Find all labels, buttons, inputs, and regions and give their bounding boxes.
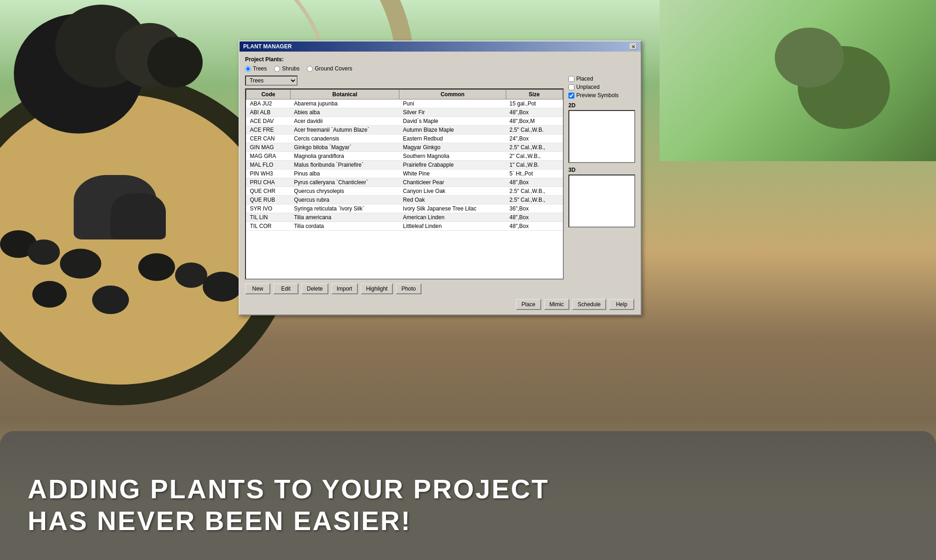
table-row[interactable]: SYR IVOSyringa reticulata `Ivory Silk`Iv… xyxy=(246,204,563,213)
table-cell-botanical: Abies alba xyxy=(290,108,399,117)
dialog-title: PLANT MANAGER xyxy=(243,43,292,50)
close-button[interactable]: ✕ xyxy=(630,43,637,50)
table-cell-common: Silver Fir xyxy=(399,108,506,117)
preview-2d-section: 2D xyxy=(568,102,635,163)
radio-trees[interactable]: Trees xyxy=(245,65,267,72)
table-cell-common: White Pine xyxy=(399,169,506,178)
table-row[interactable]: MAG GRAMagnolia grandifloraSouthern Magn… xyxy=(246,152,563,161)
table-cell-botanical: Acer davidii xyxy=(290,117,399,126)
table-cell-common: David`s Maple xyxy=(399,117,506,126)
table-cell-botanical: Malus floribunda `Prairiefire` xyxy=(290,161,399,169)
table-cell-botanical: Magnolia grandiflora xyxy=(290,152,399,161)
table-row[interactable]: PRU CHAPyrus calleryana `Chanticleer`Cha… xyxy=(246,178,563,187)
edit-button[interactable]: Edit xyxy=(273,283,298,294)
dialog-content: Project Plants: Trees Shrubs Ground Cove… xyxy=(240,52,641,315)
table-cell-code: ABA JU2 xyxy=(246,99,291,108)
table-row[interactable]: PIN WH3Pinus albaWhite Pine5` Ht.,Pot xyxy=(246,169,563,178)
table-cell-code: GIN MAG xyxy=(246,143,291,152)
table-cell-code: ACE FRE xyxy=(246,126,291,134)
table-cell-size: 36",Box xyxy=(506,204,562,213)
preview-2d-box xyxy=(568,110,635,163)
table-row[interactable]: QUE CHRQuercus chrysolepisCanyon Live Oa… xyxy=(246,187,563,196)
preview-3d-label: 3D xyxy=(568,167,635,173)
radio-shrubs[interactable]: Shrubs xyxy=(274,65,299,72)
table-cell-size: 48",Box,M xyxy=(506,117,562,126)
new-button[interactable]: New xyxy=(245,283,270,294)
table-row[interactable]: CER CANCercis canadensisEastern Redbud24… xyxy=(246,134,563,143)
table-cell-size: 24",Box xyxy=(506,134,562,143)
table-cell-size: 48",Box xyxy=(506,108,562,117)
bottom-text-line1: ADDING PLANTS TO YOUR PROJECT xyxy=(28,474,549,504)
table-cell-size: 48",Box xyxy=(506,213,562,222)
highlight-button[interactable]: Highlight xyxy=(361,283,393,294)
table-cell-code: QUE CHR xyxy=(246,187,291,196)
table-row[interactable]: TIL LINTilia americanaAmerican Linden48"… xyxy=(246,213,563,222)
unplaced-checkbox[interactable]: Unplaced xyxy=(568,84,635,90)
placed-checkbox[interactable]: Placed xyxy=(568,76,635,82)
preview-3d-section: 3D xyxy=(568,167,635,228)
table-row[interactable]: ACE DAVAcer davidiiDavid`s Maple48",Box,… xyxy=(246,117,563,126)
table-cell-botanical: Abarema jupunba xyxy=(290,99,399,108)
place-button[interactable]: Place xyxy=(516,299,541,310)
table-cell-common: Chanticleer Pear xyxy=(399,178,506,187)
table-cell-code: QUE RUB xyxy=(246,196,291,204)
table-cell-common: Puni xyxy=(399,99,506,108)
delete-button[interactable]: Delete xyxy=(301,283,328,294)
table-cell-code: TIL COR xyxy=(246,222,291,231)
dropdown-row: Trees Shrubs Ground Covers xyxy=(245,76,564,86)
col-code: Code xyxy=(246,90,291,99)
table-cell-size: 2" Cal.,W.B., xyxy=(506,152,562,161)
table-cell-size: 2.5" Cal.,W.B., xyxy=(506,196,562,204)
table-cell-common: Eastern Redbud xyxy=(399,134,506,143)
table-cell-size: 5` Ht.,Pot xyxy=(506,169,562,178)
table-cell-code: ABI ALB xyxy=(246,108,291,117)
plant-table-body: ABA JU2Abarema jupunbaPuni15 gal.,PotABI… xyxy=(246,99,563,231)
radio-ground-covers[interactable]: Ground Covers xyxy=(307,65,352,72)
table-cell-botanical: Tilia cordata xyxy=(290,222,399,231)
mimic-button[interactable]: Mimic xyxy=(544,299,569,310)
photo-button[interactable]: Photo xyxy=(396,283,421,294)
table-row[interactable]: TIL CORTilia cordataLittleleaf Linden48"… xyxy=(246,222,563,231)
table-cell-botanical: Syringa reticulata `Ivory Silk` xyxy=(290,204,399,213)
table-cell-code: MAG GRA xyxy=(246,152,291,161)
table-row[interactable]: GIN MAGGinkgo biloba `Magyar`Magyar Gink… xyxy=(246,143,563,152)
preview-2d-label: 2D xyxy=(568,102,635,109)
bottom-text: ADDING PLANTS TO YOUR PROJECT HAS NEVER … xyxy=(28,473,549,537)
table-cell-common: Autumn Blaze Maple xyxy=(399,126,506,134)
plant-table-wrapper[interactable]: Code Botanical Common Size ABA JU2Abarem… xyxy=(245,88,564,280)
table-row[interactable]: ABI ALBAbies albaSilver Fir48",Box xyxy=(246,108,563,117)
table-row[interactable]: MAL FLOMalus floribunda `Prairiefire`Pra… xyxy=(246,161,563,169)
table-cell-code: SYR IVO xyxy=(246,204,291,213)
project-plants-label: Project Plants: xyxy=(245,56,635,63)
footer-buttons: Place Mimic Schedule Help xyxy=(245,299,635,310)
table-cell-size: 48",Box xyxy=(506,222,562,231)
table-cell-code: CER CAN xyxy=(246,134,291,143)
plant-manager-dialog: PLANT MANAGER ✕ Project Plants: Trees Sh… xyxy=(239,41,642,315)
table-cell-botanical: Acer freemanii `Autumn Blaze` xyxy=(290,126,399,134)
table-cell-common: Magyar Ginkgo xyxy=(399,143,506,152)
table-cell-common: Prairiefire Crabapple xyxy=(399,161,506,169)
plant-table: Code Botanical Common Size ABA JU2Abarem… xyxy=(246,89,563,231)
table-cell-botanical: Quercus rubra xyxy=(290,196,399,204)
table-row[interactable]: ACE FREAcer freemanii `Autumn Blaze`Autu… xyxy=(246,126,563,134)
table-cell-common: Southern Magnolia xyxy=(399,152,506,161)
table-cell-code: PIN WH3 xyxy=(246,169,291,178)
dialog-titlebar: PLANT MANAGER ✕ xyxy=(240,41,641,52)
schedule-button[interactable]: Schedule xyxy=(572,299,606,310)
table-cell-size: 2.5" Cal.,W.B. xyxy=(506,126,562,134)
action-buttons: New Edit Delete Import Highlight Photo xyxy=(245,283,564,294)
bottom-text-line2: HAS NEVER BEEN EASIER! xyxy=(28,506,411,536)
table-cell-botanical: Ginkgo biloba `Magyar` xyxy=(290,143,399,152)
table-cell-size: 48",Box xyxy=(506,178,562,187)
left-panel: Trees Shrubs Ground Covers Code Botanica… xyxy=(245,76,564,294)
help-button[interactable]: Help xyxy=(609,299,634,310)
table-row[interactable]: QUE RUBQuercus rubraRed Oak2.5" Cal.,W.B… xyxy=(246,196,563,204)
table-cell-common: Littleleaf Linden xyxy=(399,222,506,231)
table-row[interactable]: ABA JU2Abarema jupunbaPuni15 gal.,Pot xyxy=(246,99,563,108)
table-cell-botanical: Cercis canadensis xyxy=(290,134,399,143)
preview-symbols-checkbox[interactable]: Preview Symbols xyxy=(568,92,635,99)
import-button[interactable]: Import xyxy=(331,283,358,294)
table-cell-size: 2.5" Cal.,W.B., xyxy=(506,187,562,196)
plant-category-dropdown[interactable]: Trees Shrubs Ground Covers xyxy=(245,76,298,86)
table-cell-botanical: Quercus chrysolepis xyxy=(290,187,399,196)
